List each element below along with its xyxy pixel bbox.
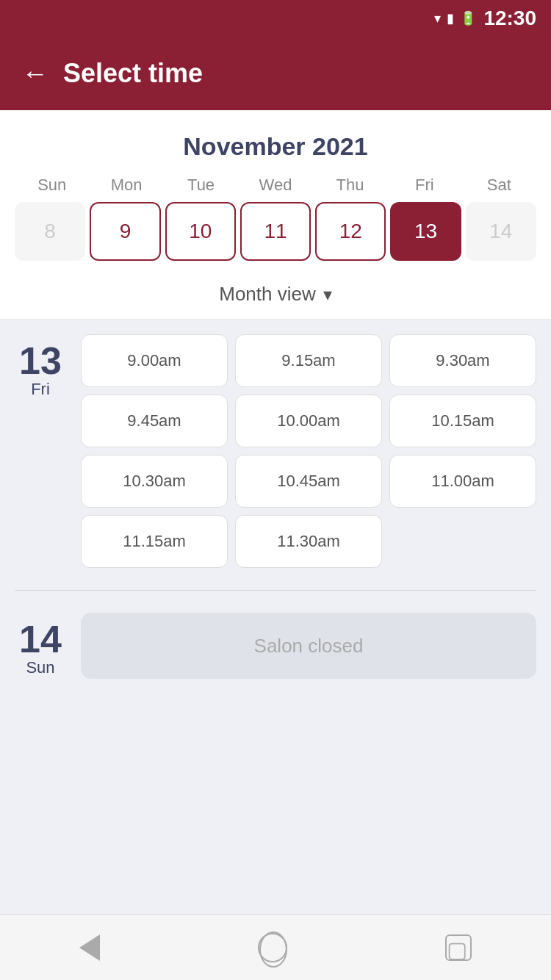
slot-1115am[interactable]: 11.15am — [81, 515, 228, 568]
back-nav-icon — [79, 934, 100, 961]
day-cell-9[interactable]: 9 — [90, 202, 160, 261]
slot-915am[interactable]: 9.15am — [235, 334, 382, 387]
day-cell-10[interactable]: 10 — [165, 202, 236, 261]
signal-icon: ▮ — [447, 10, 454, 26]
month-view-label: Month view — [219, 283, 316, 306]
day-header-wed: Wed — [238, 176, 312, 195]
wifi-icon: ▾ — [434, 10, 441, 26]
day-cell-12[interactable]: 12 — [315, 202, 386, 261]
day-cell-14: 14 — [466, 202, 536, 261]
chevron-down-icon: ▾ — [323, 284, 332, 305]
day-13-group: 13 Fri 9.00am 9.15am 9.30am 9.45am 10.00… — [15, 334, 536, 568]
day-header-sun: Sun — [15, 176, 89, 195]
day-header-fri: Fri — [387, 176, 461, 195]
slot-1100am[interactable]: 11.00am — [389, 455, 536, 508]
status-bar: ▾ ▮ 🔋 12:30 — [0, 0, 551, 37]
day-cell-8: 8 — [15, 202, 85, 261]
back-nav-button[interactable] — [79, 934, 100, 961]
slot-1000am[interactable]: 10.00am — [235, 394, 382, 447]
slot-945am[interactable]: 9.45am — [81, 394, 228, 447]
status-time: 12:30 — [483, 7, 536, 30]
home-nav-button[interactable] — [258, 933, 287, 962]
day-cell-11[interactable]: 11 — [240, 202, 311, 261]
day-14-group: 14 Sun Salon closed — [15, 613, 536, 679]
slot-1130am[interactable]: 11.30am — [235, 515, 382, 568]
slot-1030am[interactable]: 10.30am — [81, 455, 228, 508]
calendar-section: November 2021 Sun Mon Tue Wed Thu Fri Sa… — [0, 110, 551, 272]
day-13-number: 13 — [19, 342, 62, 380]
slot-1045am[interactable]: 10.45am — [235, 455, 382, 508]
day-headers: Sun Mon Tue Wed Thu Fri Sat — [15, 176, 536, 195]
day-13-label: 13 Fri — [15, 334, 66, 568]
salon-closed-label: Salon closed — [81, 613, 536, 679]
back-button[interactable]: ← — [22, 58, 48, 89]
day-14-label: 14 Sun — [15, 613, 66, 679]
day-header-sat: Sat — [462, 176, 536, 195]
day-header-thu: Thu — [313, 176, 387, 195]
slot-1015am[interactable]: 10.15am — [389, 394, 536, 447]
day-14-name: Sun — [26, 658, 54, 677]
slot-930am[interactable]: 9.30am — [389, 334, 536, 387]
day-cell-13[interactable]: 13 — [390, 202, 461, 261]
day-13-slots: 9.00am 9.15am 9.30am 9.45am 10.00am 10.1… — [81, 334, 536, 568]
day-header-tue: Tue — [164, 176, 238, 195]
app-header: ← Select time — [0, 37, 551, 110]
month-year-title: November 2021 — [15, 125, 536, 176]
slot-900am[interactable]: 9.00am — [81, 334, 228, 387]
month-view-toggle[interactable]: Month view ▾ — [0, 272, 551, 320]
day-14-number: 14 — [19, 620, 62, 658]
day-cells: 8 9 10 11 12 13 14 — [15, 202, 536, 272]
slots-section: 13 Fri 9.00am 9.15am 9.30am 9.45am 10.00… — [0, 320, 551, 914]
bottom-nav — [0, 914, 551, 980]
home-nav-icon — [258, 933, 287, 962]
day-header-mon: Mon — [89, 176, 163, 195]
day-13-name: Fri — [31, 380, 50, 399]
battery-icon: 🔋 — [460, 10, 476, 26]
status-icons: ▾ ▮ 🔋 — [434, 10, 476, 26]
recents-nav-icon — [445, 934, 472, 961]
section-divider — [15, 590, 536, 591]
recents-nav-button[interactable] — [445, 934, 472, 961]
page-title: Select time — [63, 58, 203, 89]
